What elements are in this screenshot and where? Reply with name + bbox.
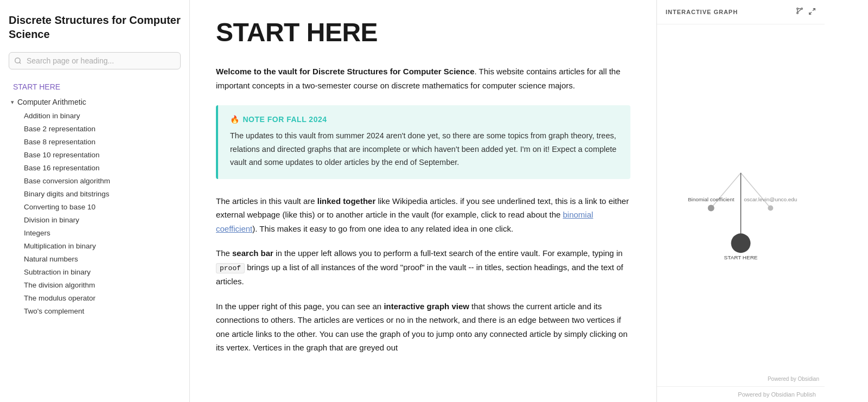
intro-paragraph: Welcome to the vault for Discrete Struct… [216,65,630,92]
nav-section-computer-arithmetic[interactable]: ▾ Computer Arithmetic [9,95,181,109]
nav-item[interactable]: The division algorithm [20,279,181,291]
search-bar-paragraph: The search bar in the upper left allows … [216,246,630,288]
fork-icon[interactable] [795,7,804,17]
graph-node-email[interactable] [768,206,773,211]
nav-item[interactable]: Converting to base 10 [20,201,181,213]
graph-header-label: INTERACTIVE GRAPH [666,9,738,15]
binomial-coefficient-link[interactable]: binomial coefficient [216,210,593,233]
linked-together-bold: linked together [317,196,376,206]
nav-item[interactable]: Addition in binary [20,110,181,122]
chevron-down-icon: ▾ [11,99,14,106]
nav-item[interactable]: Subtraction in binary [20,266,181,278]
svg-point-2 [797,12,799,14]
svg-line-10 [711,173,741,208]
graph-node-start-here[interactable] [731,233,751,253]
nav-item[interactable]: Integers [20,227,181,239]
svg-line-7 [797,9,801,12]
nav-item[interactable]: Natural numbers [20,253,181,265]
graph-container: Binomial coefficient oscar.levin@unco.ed… [657,24,825,386]
page-title: START HERE [216,17,630,47]
expand-icon[interactable] [808,8,816,17]
graph-label-binomial: Binomial coefficient [688,196,735,202]
main-content: START HERE Welcome to the vault for Disc… [190,0,656,402]
right-panel: INTERACTIVE GRAPH [656,0,825,402]
note-title: 🔥 NOTE FOR FALL 2024 [230,115,618,124]
graph-label-start-here: START HERE [724,254,758,260]
svg-line-11 [741,173,771,208]
linked-together-paragraph: The articles in this vault are linked to… [216,194,630,236]
nav-item[interactable]: Binary digits and bitstrings [20,188,181,200]
svg-line-1 [20,62,21,64]
svg-point-3 [797,8,799,10]
search-bar-bold: search bar [232,248,273,258]
powered-by-obsidian: Powered by Obsidian [768,376,819,382]
proof-code: proof [216,263,245,273]
nav-item[interactable]: Base 16 representation [20,162,181,174]
graph-node-binomial[interactable] [708,205,714,212]
nav-section-label: Computer Arithmetic [17,98,86,106]
nav-item[interactable]: Base 10 representation [20,149,181,161]
interactive-graph-bold: interactive graph view [384,302,469,311]
nav-item[interactable]: Division in binary [20,214,181,226]
search-input[interactable] [9,52,181,69]
nav-item[interactable]: Base 8 representation [20,136,181,148]
note-body: The updates to this vault from summer 20… [230,129,618,169]
nav-item[interactable]: Base 2 representation [20,123,181,135]
nav-item[interactable]: Base conversion algorithm [20,175,181,187]
svg-point-0 [15,58,20,63]
search-container [9,52,181,69]
graph-header: INTERACTIVE GRAPH [657,0,825,24]
powered-bottom: Powered by Obsidian Publish [657,386,825,402]
sidebar-title: Discrete Structures for Computer Science [9,13,181,41]
intro-bold-1: Welcome to the vault for Discrete Struct… [216,67,475,76]
nav-item[interactable]: Multiplication in binary [20,240,181,252]
fire-icon: 🔥 [230,115,240,124]
nav-items: Addition in binary Base 2 representation… [9,110,181,317]
nav-start-here[interactable]: START HERE [9,80,181,93]
nav-item[interactable]: Two's complement [20,305,181,317]
graph-icons [795,7,816,17]
graph-label-email: oscar.levin@unco.edu [744,196,797,202]
sidebar: Discrete Structures for Computer Science… [0,0,190,402]
nav-item[interactable]: The modulus operator [20,292,181,304]
graph-svg: Binomial coefficient oscar.levin@unco.ed… [657,24,825,386]
search-icon [14,57,22,65]
svg-point-4 [801,8,803,10]
interactive-graph-paragraph: In the upper right of this page, you can… [216,299,630,355]
note-box: 🔥 NOTE FOR FALL 2024 The updates to this… [216,105,630,179]
